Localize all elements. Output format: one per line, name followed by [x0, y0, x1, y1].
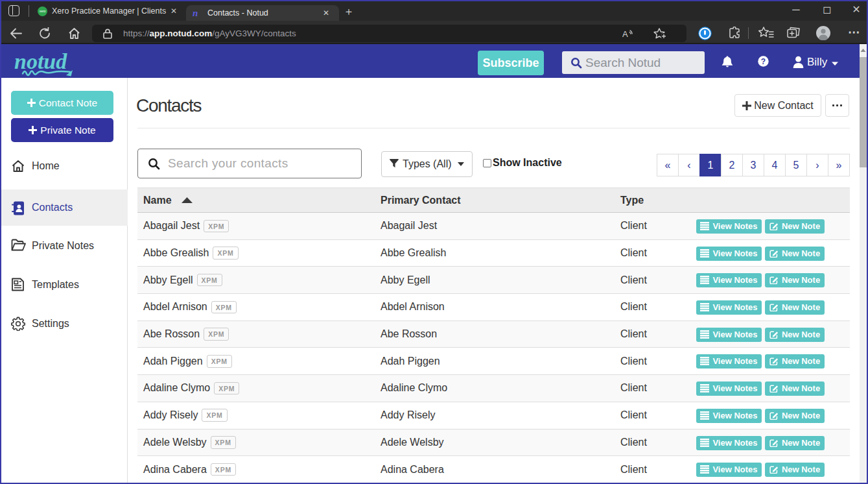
svg-text:A: A: [622, 29, 628, 39]
svg-text:?: ?: [761, 57, 766, 66]
svg-text:notud: notud: [14, 49, 67, 73]
